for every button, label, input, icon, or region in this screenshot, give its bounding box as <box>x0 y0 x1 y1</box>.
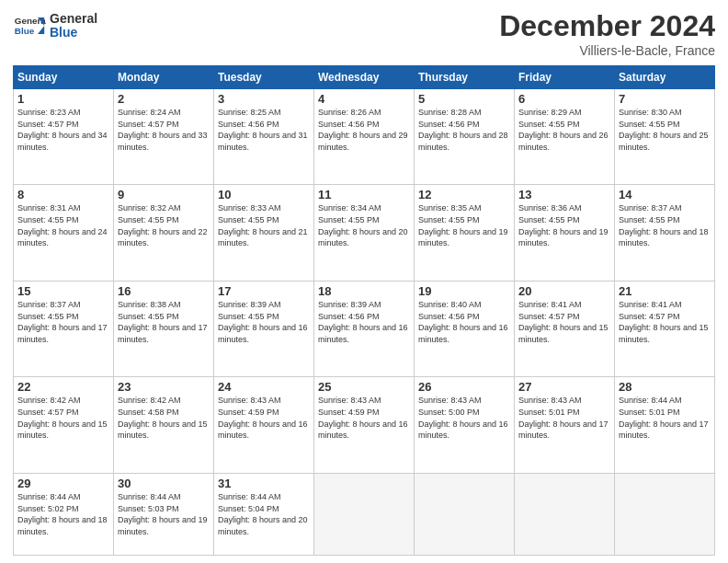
day-number: 17 <box>218 284 310 298</box>
calendar-cell: 2 Sunrise: 8:24 AM Sunset: 4:57 PM Dayli… <box>114 89 214 185</box>
calendar-cell: 28 Sunrise: 8:44 AM Sunset: 5:01 PM Dayl… <box>615 377 715 473</box>
calendar-cell: 9 Sunrise: 8:32 AM Sunset: 4:55 PM Dayli… <box>114 185 214 281</box>
title-block: December 2024 Villiers-le-Bacle, France <box>499 9 715 58</box>
calendar-cell: 26 Sunrise: 8:43 AM Sunset: 5:00 PM Dayl… <box>415 377 515 473</box>
col-sunday: Sunday <box>14 66 114 89</box>
day-info: Sunrise: 8:42 AM Sunset: 4:58 PM Dayligh… <box>118 395 210 441</box>
col-wednesday: Wednesday <box>314 66 415 89</box>
col-friday: Friday <box>515 66 615 89</box>
day-info: Sunrise: 8:40 AM Sunset: 4:56 PM Dayligh… <box>418 299 510 345</box>
calendar-cell: 30 Sunrise: 8:44 AM Sunset: 5:03 PM Dayl… <box>114 473 214 555</box>
day-info: Sunrise: 8:44 AM Sunset: 5:03 PM Dayligh… <box>118 491 210 537</box>
day-info: Sunrise: 8:37 AM Sunset: 4:55 PM Dayligh… <box>619 202 711 248</box>
calendar-cell: 22 Sunrise: 8:42 AM Sunset: 4:57 PM Dayl… <box>14 377 114 473</box>
day-info: Sunrise: 8:33 AM Sunset: 4:55 PM Dayligh… <box>218 202 310 248</box>
calendar-cell <box>515 473 615 555</box>
calendar-cell: 27 Sunrise: 8:43 AM Sunset: 5:01 PM Dayl… <box>515 377 615 473</box>
calendar-cell: 3 Sunrise: 8:25 AM Sunset: 4:56 PM Dayli… <box>214 89 314 185</box>
calendar-cell: 16 Sunrise: 8:38 AM Sunset: 4:55 PM Dayl… <box>114 281 214 376</box>
col-monday: Monday <box>114 66 214 89</box>
week-row: 22 Sunrise: 8:42 AM Sunset: 4:57 PM Dayl… <box>14 377 715 473</box>
day-info: Sunrise: 8:41 AM Sunset: 4:57 PM Dayligh… <box>619 299 711 345</box>
calendar-cell: 31 Sunrise: 8:44 AM Sunset: 5:04 PM Dayl… <box>214 473 314 555</box>
day-number: 21 <box>619 284 711 298</box>
day-number: 15 <box>17 284 109 298</box>
day-number: 18 <box>318 284 410 298</box>
day-number: 6 <box>518 92 610 106</box>
location: Villiers-le-Bacle, France <box>499 43 715 58</box>
day-info: Sunrise: 8:25 AM Sunset: 4:56 PM Dayligh… <box>218 107 310 153</box>
calendar-cell: 14 Sunrise: 8:37 AM Sunset: 4:55 PM Dayl… <box>615 185 715 281</box>
calendar-cell <box>615 473 715 555</box>
calendar-cell: 11 Sunrise: 8:34 AM Sunset: 4:55 PM Dayl… <box>314 185 415 281</box>
day-info: Sunrise: 8:39 AM Sunset: 4:56 PM Dayligh… <box>318 299 410 345</box>
day-info: Sunrise: 8:44 AM Sunset: 5:04 PM Dayligh… <box>218 491 310 537</box>
calendar-cell: 13 Sunrise: 8:36 AM Sunset: 4:55 PM Dayl… <box>515 185 615 281</box>
day-number: 24 <box>218 380 310 394</box>
day-number: 13 <box>518 188 610 201</box>
day-number: 23 <box>118 380 210 394</box>
day-number: 30 <box>118 477 210 490</box>
week-row: 8 Sunrise: 8:31 AM Sunset: 4:55 PM Dayli… <box>14 185 715 281</box>
day-number: 1 <box>17 92 109 106</box>
logo-blue: Blue <box>50 26 97 40</box>
day-info: Sunrise: 8:37 AM Sunset: 4:55 PM Dayligh… <box>17 299 109 345</box>
day-number: 28 <box>619 380 711 394</box>
day-number: 27 <box>518 380 610 394</box>
calendar-cell <box>415 473 515 555</box>
day-number: 8 <box>17 188 109 201</box>
day-info: Sunrise: 8:32 AM Sunset: 4:55 PM Dayligh… <box>118 202 210 248</box>
day-info: Sunrise: 8:43 AM Sunset: 4:59 PM Dayligh… <box>318 395 410 441</box>
day-number: 31 <box>218 477 310 490</box>
col-tuesday: Tuesday <box>214 66 314 89</box>
day-number: 4 <box>318 92 410 106</box>
days-of-week-row: Sunday Monday Tuesday Wednesday Thursday… <box>14 66 715 89</box>
calendar-cell: 20 Sunrise: 8:41 AM Sunset: 4:57 PM Dayl… <box>515 281 615 376</box>
svg-text:Blue: Blue <box>15 26 35 36</box>
day-info: Sunrise: 8:38 AM Sunset: 4:55 PM Dayligh… <box>118 299 210 345</box>
calendar-cell: 17 Sunrise: 8:39 AM Sunset: 4:55 PM Dayl… <box>214 281 314 376</box>
day-info: Sunrise: 8:42 AM Sunset: 4:57 PM Dayligh… <box>17 395 109 441</box>
day-number: 7 <box>619 92 711 106</box>
day-info: Sunrise: 8:34 AM Sunset: 4:55 PM Dayligh… <box>318 202 410 248</box>
calendar-cell: 15 Sunrise: 8:37 AM Sunset: 4:55 PM Dayl… <box>14 281 114 376</box>
day-number: 22 <box>17 380 109 394</box>
calendar-cell: 12 Sunrise: 8:35 AM Sunset: 4:55 PM Dayl… <box>415 185 515 281</box>
col-thursday: Thursday <box>415 66 515 89</box>
logo-icon: General Blue <box>13 9 46 42</box>
calendar-cell: 18 Sunrise: 8:39 AM Sunset: 4:56 PM Dayl… <box>314 281 415 376</box>
calendar-cell: 4 Sunrise: 8:26 AM Sunset: 4:56 PM Dayli… <box>314 89 415 185</box>
page-header: General Blue General Blue December 2024 … <box>13 9 715 58</box>
day-info: Sunrise: 8:23 AM Sunset: 4:57 PM Dayligh… <box>17 107 109 153</box>
day-info: Sunrise: 8:44 AM Sunset: 5:02 PM Dayligh… <box>17 491 109 537</box>
col-saturday: Saturday <box>615 66 715 89</box>
calendar-cell: 21 Sunrise: 8:41 AM Sunset: 4:57 PM Dayl… <box>615 281 715 376</box>
calendar-cell: 1 Sunrise: 8:23 AM Sunset: 4:57 PM Dayli… <box>14 89 114 185</box>
calendar-cell: 6 Sunrise: 8:29 AM Sunset: 4:55 PM Dayli… <box>515 89 615 185</box>
day-number: 11 <box>318 188 410 201</box>
calendar-cell: 29 Sunrise: 8:44 AM Sunset: 5:02 PM Dayl… <box>14 473 114 555</box>
day-info: Sunrise: 8:43 AM Sunset: 4:59 PM Dayligh… <box>218 395 310 441</box>
day-info: Sunrise: 8:26 AM Sunset: 4:56 PM Dayligh… <box>318 107 410 153</box>
logo-general: General <box>50 12 97 26</box>
day-info: Sunrise: 8:28 AM Sunset: 4:56 PM Dayligh… <box>418 107 510 153</box>
calendar-cell: 8 Sunrise: 8:31 AM Sunset: 4:55 PM Dayli… <box>14 185 114 281</box>
day-number: 19 <box>418 284 510 298</box>
day-info: Sunrise: 8:36 AM Sunset: 4:55 PM Dayligh… <box>518 202 610 248</box>
day-info: Sunrise: 8:41 AM Sunset: 4:57 PM Dayligh… <box>518 299 610 345</box>
day-info: Sunrise: 8:29 AM Sunset: 4:55 PM Dayligh… <box>518 107 610 153</box>
day-info: Sunrise: 8:43 AM Sunset: 5:01 PM Dayligh… <box>518 395 610 441</box>
day-number: 29 <box>17 477 109 490</box>
day-number: 25 <box>318 380 410 394</box>
calendar-cell: 5 Sunrise: 8:28 AM Sunset: 4:56 PM Dayli… <box>415 89 515 185</box>
month-title: December 2024 <box>499 9 715 43</box>
week-row: 29 Sunrise: 8:44 AM Sunset: 5:02 PM Dayl… <box>14 473 715 555</box>
calendar-cell: 7 Sunrise: 8:30 AM Sunset: 4:55 PM Dayli… <box>615 89 715 185</box>
day-info: Sunrise: 8:30 AM Sunset: 4:55 PM Dayligh… <box>619 107 711 153</box>
calendar-cell <box>314 473 415 555</box>
day-info: Sunrise: 8:44 AM Sunset: 5:01 PM Dayligh… <box>619 395 711 441</box>
day-info: Sunrise: 8:24 AM Sunset: 4:57 PM Dayligh… <box>118 107 210 153</box>
day-info: Sunrise: 8:31 AM Sunset: 4:55 PM Dayligh… <box>17 202 109 248</box>
day-number: 5 <box>418 92 510 106</box>
logo: General Blue General Blue <box>13 9 97 42</box>
